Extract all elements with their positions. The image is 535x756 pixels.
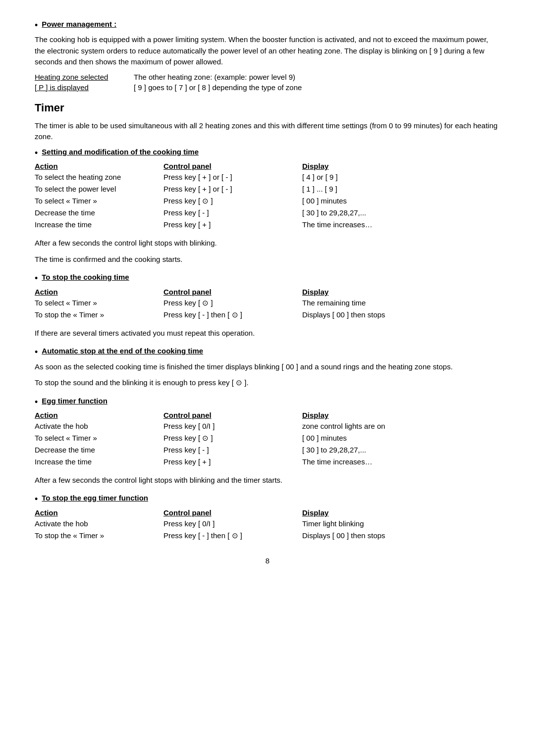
stop-egg-timer-title: To stop the egg timer function <box>42 494 148 502</box>
setting-col-display: Display <box>302 162 500 170</box>
setting-display-3: [ 30 ] to 29,28,27,... <box>302 207 500 219</box>
stop-cooking-heading: • To stop the cooking time <box>35 273 500 284</box>
bullet-dot: • <box>35 20 38 31</box>
egg-action-1: To select « Timer » <box>35 432 163 444</box>
egg-action-2: Decrease the time <box>35 444 163 456</box>
setting-display-0: [ 4 ] or [ 9 ] <box>302 171 500 183</box>
stop-egg-display-1: Displays [ 00 ] then stops <box>302 530 500 542</box>
auto-stop-bullet: • <box>35 347 38 358</box>
setting-action-3: Decrease the time <box>35 207 163 219</box>
egg-control-3: Press key [ + ] <box>163 456 302 468</box>
timer-section: Timer The timer is able to be used simul… <box>35 101 500 542</box>
setting-control-0: Press key [ + ] or [ - ] <box>163 171 302 183</box>
stop-cooking-section: • To stop the cooking time Action Contro… <box>35 273 500 339</box>
stop-display-0: The remaining time <box>302 297 500 309</box>
setting-display-1: [ 1 ] ... [ 9 ] <box>302 183 500 195</box>
stop-cooking-table: Action Control panel Display To select «… <box>35 288 500 321</box>
setting-control-2: Press key [ ⊙ ] <box>163 195 302 207</box>
power-row1-col1: [ P ] is displayed <box>35 83 134 92</box>
power-management-heading: • Power management : <box>35 20 500 31</box>
setting-bullet: • <box>35 148 38 159</box>
egg-timer-section: • Egg timer function Action Control pane… <box>35 397 500 486</box>
stop-cooking-note: If there are several timers activated yo… <box>35 328 500 339</box>
power-col2-extra: (example: power level 9) <box>212 73 295 81</box>
egg-col-display: Display <box>302 411 500 419</box>
stop-egg-col-display: Display <box>302 508 500 517</box>
stop-action-0: To select « Timer » <box>35 297 163 309</box>
auto-stop-para2: To stop the sound and the blinking it is… <box>35 377 500 389</box>
setting-col-control: Control panel <box>163 162 302 170</box>
power-management-title: Power management : <box>42 20 116 28</box>
setting-display-4: The time increases… <box>302 219 500 231</box>
setting-display-2: [ 00 ] minutes <box>302 195 500 207</box>
setting-heading: • Setting and modification of the cookin… <box>35 148 500 159</box>
egg-timer-bullet: • <box>35 397 38 408</box>
stop-egg-control-0: Press key [ 0/I ] <box>163 518 302 530</box>
auto-stop-section: • Automatic stop at the end of the cooki… <box>35 347 500 388</box>
stop-control-1: Press key [ - ] then [ ⊙ ] <box>163 309 302 321</box>
power-col1-header: Heating zone selected <box>35 73 134 81</box>
power-col2-header: The other heating zone: (example: power … <box>134 73 500 81</box>
stop-egg-timer-heading: • To stop the egg timer function <box>35 494 500 505</box>
egg-timer-note: After a few seconds the control light st… <box>35 475 500 486</box>
egg-action-3: Increase the time <box>35 456 163 468</box>
stop-egg-table: Action Control panel Display Activate th… <box>35 508 500 542</box>
egg-timer-title: Egg timer function <box>42 397 107 405</box>
egg-control-2: Press key [ - ] <box>163 444 302 456</box>
setting-table: Action Control panel Display To select t… <box>35 162 500 231</box>
auto-stop-para1: As soon as the selected cooking time is … <box>35 361 500 373</box>
page-number: 8 <box>35 556 500 565</box>
stop-col-control: Control panel <box>163 288 302 296</box>
setting-control-3: Press key [ - ] <box>163 207 302 219</box>
egg-timer-table: Action Control panel Display Activate th… <box>35 411 500 468</box>
egg-timer-heading: • Egg timer function <box>35 397 500 408</box>
setting-action-4: Increase the time <box>35 219 163 231</box>
setting-action-1: To select the power level <box>35 183 163 195</box>
stop-egg-action-1: To stop the « Timer » <box>35 530 163 542</box>
setting-col-action: Action <box>35 162 163 170</box>
egg-action-0: Activate the hob <box>35 420 163 432</box>
stop-egg-action-0: Activate the hob <box>35 518 163 530</box>
egg-control-1: Press key [ ⊙ ] <box>163 432 302 444</box>
auto-stop-title: Automatic stop at the end of the cooking… <box>42 347 203 355</box>
setting-action-2: To select « Timer » <box>35 195 163 207</box>
stop-egg-control-1: Press key [ - ] then [ ⊙ ] <box>163 530 302 542</box>
egg-display-0: zone control lights are on <box>302 420 500 432</box>
power-management-section: • Power management : The cooking hob is … <box>35 20 500 92</box>
power-management-para: The cooking hob is equipped with a power… <box>35 34 500 68</box>
stop-egg-timer-section: • To stop the egg timer function Action … <box>35 494 500 541</box>
stop-control-0: Press key [ ⊙ ] <box>163 297 302 309</box>
power-row1-col2: [ 9 ] goes to [ 7 ] or [ 8 ] depending t… <box>134 83 500 92</box>
stop-display-1: Displays [ 00 ] then stops <box>302 309 500 321</box>
auto-stop-heading: • Automatic stop at the end of the cooki… <box>35 347 500 358</box>
power-table: Heating zone selected The other heating … <box>35 73 500 92</box>
stop-egg-display-0: Timer light blinking <box>302 518 500 530</box>
egg-display-2: [ 30 ] to 29,28,27,... <box>302 444 500 456</box>
setting-control-1: Press key [ + ] or [ - ] <box>163 183 302 195</box>
egg-display-1: [ 00 ] minutes <box>302 432 500 444</box>
egg-col-action: Action <box>35 411 163 419</box>
stop-cooking-title: To stop the cooking time <box>42 273 129 281</box>
egg-control-0: Press key [ 0/I ] <box>163 420 302 432</box>
setting-section: • Setting and modification of the cookin… <box>35 148 500 265</box>
power-col2-header-text: The other heating zone: <box>134 73 212 81</box>
stop-col-display: Display <box>302 288 500 296</box>
setting-note2: The time is confirmed and the cooking st… <box>35 254 500 265</box>
power-table-row1: [ P ] is displayed [ 9 ] goes to [ 7 ] o… <box>35 83 500 92</box>
stop-egg-bullet: • <box>35 494 38 505</box>
stop-egg-col-action: Action <box>35 508 163 517</box>
stop-egg-col-control: Control panel <box>163 508 302 517</box>
setting-title: Setting and modification of the cooking … <box>42 148 199 156</box>
setting-control-4: Press key [ + ] <box>163 219 302 231</box>
setting-action-0: To select the heating zone <box>35 171 163 183</box>
power-table-header: Heating zone selected The other heating … <box>35 73 500 81</box>
stop-action-1: To stop the « Timer » <box>35 309 163 321</box>
stop-col-action: Action <box>35 288 163 296</box>
setting-note1: After a few seconds the control light st… <box>35 238 500 249</box>
egg-col-control: Control panel <box>163 411 302 419</box>
egg-display-3: The time increases… <box>302 456 500 468</box>
timer-title: Timer <box>35 101 500 114</box>
timer-intro: The timer is able to be used simultaneou… <box>35 120 500 143</box>
stop-cooking-bullet: • <box>35 273 38 284</box>
